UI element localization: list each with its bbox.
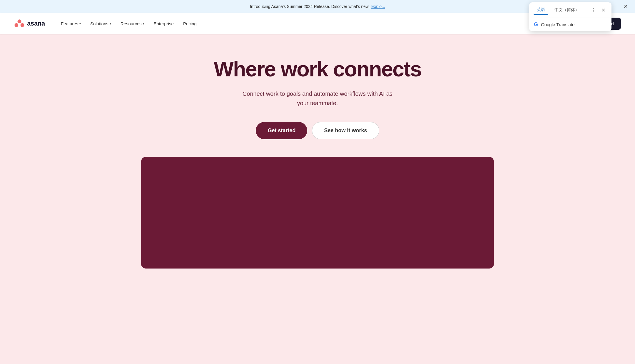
hero-buttons: Get started See how it works — [6, 122, 629, 139]
translate-tab-english[interactable]: 英语 — [533, 5, 549, 15]
hero-get-started-button[interactable]: Get started — [256, 122, 307, 139]
nav-item-enterprise[interactable]: Enterprise — [150, 19, 178, 28]
announcement-close-button[interactable]: ✕ — [621, 2, 630, 11]
hero-video-placeholder — [141, 157, 494, 269]
google-translate-popup: 英语 中文（简体） ⋮ ✕ G Google Translate — [529, 2, 611, 31]
announcement-link[interactable]: Explo... — [371, 4, 385, 9]
svg-point-0 — [18, 19, 21, 23]
translate-tab-chinese[interactable]: 中文（简体） — [551, 6, 583, 14]
nav-resources-label: Resources — [121, 21, 142, 26]
translate-popup-header: 英语 中文（简体） ⋮ ✕ — [529, 2, 611, 18]
close-icon: ✕ — [601, 7, 605, 13]
hero-section: Where work connects Connect work to goal… — [0, 34, 635, 286]
nav-features-label: Features — [61, 21, 78, 26]
resources-chevron-icon: ▾ — [143, 22, 144, 25]
translate-more-button[interactable]: ⋮ — [589, 6, 597, 14]
announcement-text: Introducing Asana's Summer 2024 Release.… — [250, 4, 370, 9]
logo-text: asana — [27, 20, 45, 27]
svg-point-1 — [14, 23, 18, 27]
translate-popup-body: G Google Translate — [529, 18, 611, 31]
more-icon: ⋮ — [591, 7, 596, 13]
nav-item-resources[interactable]: Resources ▾ — [116, 19, 148, 28]
translate-label: Google Translate — [541, 22, 574, 27]
hero-subtitle: Connect work to goals and automate workf… — [241, 89, 394, 108]
svg-point-2 — [21, 23, 24, 27]
nav-item-solutions[interactable]: Solutions ▾ — [86, 19, 115, 28]
logo[interactable]: asana — [14, 18, 45, 29]
google-g-icon: G — [534, 21, 538, 28]
nav-pricing-label: Pricing — [183, 21, 197, 26]
hero-see-how-it-works-button[interactable]: See how it works — [312, 122, 379, 139]
hero-title: Where work connects — [6, 58, 629, 81]
nav-solutions-label: Solutions — [90, 21, 108, 26]
translate-close-button[interactable]: ✕ — [599, 6, 607, 14]
asana-logo-icon — [14, 18, 25, 29]
solutions-chevron-icon: ▾ — [110, 22, 111, 25]
nav-item-pricing[interactable]: Pricing — [179, 19, 201, 28]
nav-links: Features ▾ Solutions ▾ Resources ▾ Enter… — [57, 19, 559, 28]
nav-item-features[interactable]: Features ▾ — [57, 19, 85, 28]
features-chevron-icon: ▾ — [79, 22, 81, 25]
translate-popup-icons: ⋮ ✕ — [589, 6, 607, 14]
nav-enterprise-label: Enterprise — [154, 21, 174, 26]
